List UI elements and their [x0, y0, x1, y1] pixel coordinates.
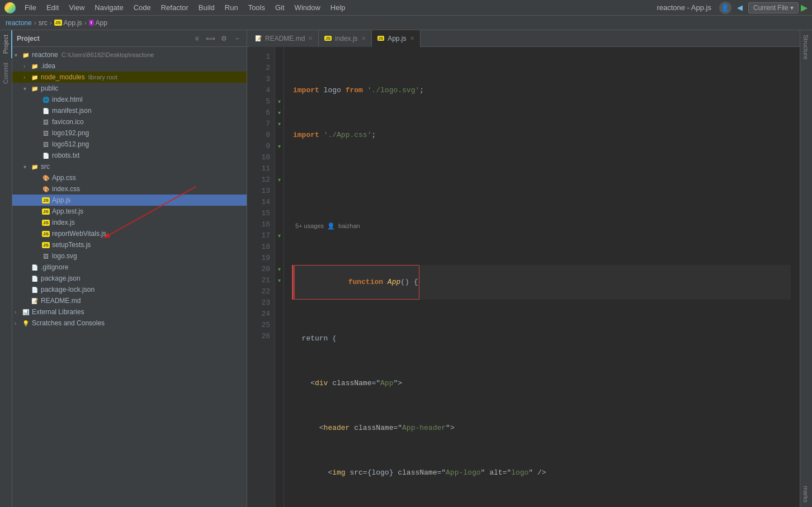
tree-label: .gitignore: [41, 263, 68, 271]
fold-icon-5[interactable]: ▾: [275, 96, 284, 107]
tree-item-logo-svg[interactable]: › 🖼 logo.svg: [12, 250, 247, 262]
menu-edit[interactable]: Edit: [42, 2, 63, 13]
arrow-icon: ›: [23, 63, 29, 69]
html-icon: 🌐: [41, 95, 50, 104]
tree-item-external-libraries[interactable]: › 📊 External Libraries: [12, 306, 247, 318]
vcs-navigation-icon[interactable]: ◀: [734, 2, 746, 14]
tree-item-logo512[interactable]: › 🖼 logo512.png: [12, 139, 247, 150]
user-avatar[interactable]: 👤: [719, 2, 731, 14]
fold-icon-7[interactable]: ▾: [275, 119, 284, 130]
tree-item-reportwebvitals[interactable]: › JS reportWebVitals.js: [12, 228, 247, 239]
menu-refactor[interactable]: Refactor: [157, 2, 193, 13]
txt-icon: 📄: [41, 151, 50, 160]
tree-label: App.test.js: [52, 207, 83, 215]
css-icon: 🎨: [41, 184, 50, 193]
tree-label: index.html: [52, 96, 83, 103]
expand-all-btn[interactable]: ⟺: [205, 34, 215, 44]
tree-item-scratches[interactable]: › 💡 Scratches and Consoles: [12, 318, 247, 329]
breadcrumb-reactone[interactable]: reactone: [6, 19, 32, 27]
menu-code[interactable]: Code: [129, 2, 155, 13]
current-file-dropdown[interactable]: Current File ▾: [748, 2, 799, 13]
tree-item-package-lock-json[interactable]: › 📄 package-lock.json: [12, 284, 247, 295]
left-sidebar-tabs: Project Commit: [0, 30, 12, 507]
right-tab-structure[interactable]: Structure: [800, 30, 812, 64]
folder-icon: 📁: [30, 73, 39, 82]
app-logo-icon: [4, 2, 16, 13]
settings-btn[interactable]: ⚙: [219, 34, 229, 44]
arrow-icon: ▾: [15, 52, 20, 58]
tree-label: manifest.json: [52, 107, 92, 115]
collapse-all-btn[interactable]: ≡: [192, 34, 202, 44]
breadcrumb-src[interactable]: src: [39, 19, 48, 27]
css-icon: 🎨: [41, 173, 50, 182]
tree-label: favicon.ico: [52, 118, 84, 126]
fn-icon-breadcrumb: f: [89, 20, 94, 26]
tab-app-js[interactable]: JS App.js ✕: [372, 30, 421, 47]
code-line-7: <header className="App-header">: [293, 423, 791, 434]
menu-help[interactable]: Help: [326, 2, 350, 13]
js-icon: JS: [41, 240, 50, 249]
tab-bar: 📝 README.md ✕ JS index.js ✕ JS App.js ✕: [247, 30, 800, 47]
tree-extra-lib: library root: [88, 74, 117, 80]
tree-item-index-js[interactable]: › JS index.js: [12, 217, 247, 228]
tree-extra: C:\Users\86182\Desktop\reactone: [62, 51, 154, 58]
tree-item-index-html[interactable]: › 🌐 index.html: [12, 94, 247, 105]
code-content[interactable]: import logo from './logo.svg'; import '.…: [284, 47, 800, 507]
tree-item-robots[interactable]: › 📄 robots.txt: [12, 150, 247, 161]
fold-icon-6[interactable]: ▾: [275, 107, 284, 119]
tree-item-src[interactable]: ▾ 📁 src: [12, 161, 247, 172]
folder-icon: 📁: [21, 50, 30, 59]
tree-label: App.css: [52, 174, 76, 182]
tab-close-index[interactable]: ✕: [361, 35, 366, 41]
tree-label: public: [41, 84, 58, 92]
right-tab-marks[interactable]: marks: [800, 481, 812, 507]
tree-item-index-css[interactable]: › 🎨 index.css: [12, 183, 247, 195]
file-tree-panel: Project ≡ ⟺ ⚙ − ▾ 📁 reactone C:\Users\86…: [12, 30, 247, 507]
tree-item-gitignore[interactable]: › 📄 .gitignore: [12, 262, 247, 273]
tree-item-logo192[interactable]: › 🖼 logo192.png: [12, 127, 247, 139]
menu-run[interactable]: Run: [220, 2, 243, 13]
tree-item-public[interactable]: ▾ 📁 public: [12, 83, 247, 94]
svg-icon: 🖼: [41, 252, 50, 260]
menu-git[interactable]: Git: [271, 2, 289, 13]
menu-tools[interactable]: Tools: [244, 2, 270, 13]
breadcrumb-app-fn[interactable]: f App: [89, 19, 107, 27]
tree-item-favicon[interactable]: › 🖼 favicon.ico: [12, 116, 247, 127]
tree-label: logo512.png: [52, 140, 89, 148]
close-panel-btn[interactable]: −: [232, 34, 242, 44]
menu-window[interactable]: Window: [290, 2, 325, 13]
sidebar-tab-commit[interactable]: Commit: [0, 58, 12, 88]
tab-close-app[interactable]: ✕: [410, 35, 414, 41]
menu-file[interactable]: File: [20, 2, 41, 13]
tree-item-setuptests[interactable]: › JS setupTests.js: [12, 239, 247, 250]
run-button[interactable]: ▶: [801, 2, 808, 13]
lens-author-1: baizhan: [338, 220, 360, 231]
js-icon: JS: [41, 218, 50, 227]
tree-item-readme[interactable]: › 📝 README.md: [12, 295, 247, 306]
tree-label: setupTests.js: [52, 241, 91, 249]
tree-label: .idea: [41, 62, 55, 70]
code-editor[interactable]: 1 2 3 4 5 6 7 8 9 10 11 12 13 14 15 16 1…: [247, 47, 800, 507]
menu-view[interactable]: View: [64, 2, 89, 13]
tree-item-app-test-js[interactable]: › JS App.test.js: [12, 206, 247, 217]
breadcrumb-appjs[interactable]: JS App.js: [54, 19, 82, 27]
json-icon: 📄: [41, 106, 50, 115]
tab-readme[interactable]: 📝 README.md ✕: [249, 30, 319, 47]
tab-index-js[interactable]: JS index.js ✕: [319, 30, 371, 47]
tree-item-app-css[interactable]: › 🎨 App.css: [12, 172, 247, 183]
tab-label: index.js: [335, 35, 358, 42]
tree-item-reactone[interactable]: ▾ 📁 reactone C:\Users\86182\Desktop\reac…: [12, 49, 247, 60]
lens-usages-1: 5+ usages: [295, 220, 324, 231]
png-icon: 🖼: [41, 140, 50, 149]
breakpoint-indicator: [292, 265, 294, 300]
tree-item-package-json[interactable]: › 📄 package.json: [12, 273, 247, 284]
tree-item-app-js[interactable]: › JS App.js: [12, 195, 247, 206]
sidebar-tab-project[interactable]: Project: [0, 30, 12, 58]
tree-label: index.js: [52, 219, 75, 226]
menu-build[interactable]: Build: [194, 2, 219, 13]
tree-item-idea[interactable]: › 📁 .idea: [12, 60, 247, 72]
tree-item-manifest[interactable]: › 📄 manifest.json: [12, 105, 247, 116]
tree-item-node-modules[interactable]: › 📁 node_modules library root: [12, 72, 247, 83]
menu-navigate[interactable]: Navigate: [90, 2, 128, 13]
tab-close-readme[interactable]: ✕: [308, 35, 313, 41]
